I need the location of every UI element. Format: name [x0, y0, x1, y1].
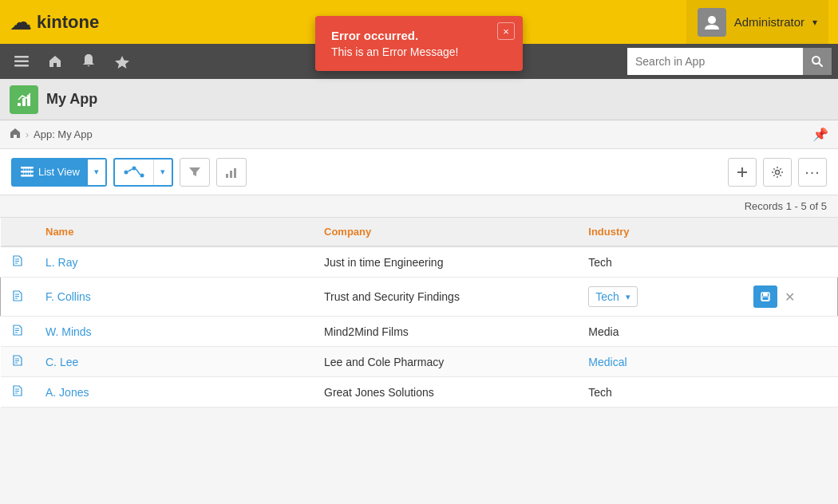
error-modal: Error occurred. This is an Error Message… [315, 16, 523, 71]
svg-rect-27 [234, 168, 236, 178]
cell-company: Lee and Cole Pharmacy [313, 347, 577, 377]
cell-name[interactable]: F. Collins [34, 278, 313, 317]
svg-rect-15 [21, 175, 34, 177]
toolbar: List View ▾ ▾ [0, 149, 838, 195]
records-count: Records 1 - 5 of 5 [0, 195, 838, 218]
menu-icon[interactable] [6, 46, 37, 77]
view-label: List View [38, 166, 80, 178]
more-button[interactable]: ··· [798, 158, 827, 187]
logo-area: ☁ kintone [10, 9, 99, 35]
cell-name[interactable]: L. Ray [34, 246, 313, 278]
view-main-button[interactable]: List View [13, 159, 88, 185]
graph-selector[interactable]: ▾ [113, 158, 173, 187]
app-title: My App [46, 91, 97, 108]
cell-industry: Tech [577, 377, 738, 408]
row-indicator-cell [1, 317, 35, 347]
cell-company: Great Jones Solutions [313, 377, 577, 408]
cell-industry: Media [577, 317, 738, 347]
cell-name[interactable]: A. Jones [34, 377, 313, 408]
data-table: Name Company Industry L. RayJust in time… [0, 218, 838, 408]
table-row: L. RayJust in time EngineeringTech [1, 246, 838, 278]
column-header-industry[interactable]: Industry [577, 218, 738, 246]
cell-industry: Tech [577, 246, 738, 278]
bell-icon[interactable] [73, 46, 104, 77]
row-indicator-cell [1, 377, 35, 408]
breadcrumb-home-icon[interactable] [10, 128, 21, 142]
graph-dropdown-button[interactable]: ▾ [153, 159, 172, 185]
user-name: Administrator [734, 15, 804, 29]
filter-button[interactable] [180, 158, 210, 187]
svg-rect-1 [14, 56, 29, 58]
svg-rect-10 [18, 103, 21, 106]
cell-industry[interactable]: Tech ▾ [577, 278, 738, 317]
table-row: C. LeeLee and Cole PharmacyMedical [1, 347, 838, 377]
app-header: My App [0, 79, 838, 120]
row-indicator-cell [1, 246, 35, 278]
column-header-name[interactable]: Name [34, 218, 313, 246]
pin-icon[interactable]: 📌 [812, 127, 828, 142]
app-icon [10, 85, 38, 114]
cell-name[interactable]: C. Lee [34, 347, 313, 377]
search-area [627, 48, 832, 75]
error-title: Error occurred. [331, 29, 491, 42]
svg-rect-11 [22, 98, 26, 106]
data-table-container: Name Company Industry L. RayJust in time… [0, 218, 838, 408]
save-row-button[interactable] [753, 285, 777, 308]
table-row: W. MindsMind2Mind FilmsMedia [1, 317, 838, 347]
star-icon[interactable] [107, 46, 137, 77]
breadcrumb-path: App: My App [34, 128, 93, 140]
table-row: A. JonesGreat Jones SolutionsTech [1, 377, 838, 408]
svg-rect-26 [230, 171, 232, 178]
view-selector[interactable]: List View ▾ [11, 158, 107, 187]
search-input[interactable] [627, 48, 803, 75]
column-header-actions [739, 218, 838, 246]
cell-company: Just in time Engineering [313, 246, 577, 278]
svg-point-22 [140, 173, 144, 177]
row-indicator-header [1, 218, 35, 246]
logo-cloud-icon: ☁ [10, 9, 32, 35]
cell-name[interactable]: W. Minds [34, 317, 313, 347]
svg-line-24 [136, 169, 140, 175]
chevron-down-icon: ▾ [626, 292, 630, 302]
svg-point-0 [708, 16, 716, 24]
cell-industry: Medical [577, 347, 738, 377]
view-dropdown-button[interactable]: ▾ [88, 159, 105, 185]
svg-point-30 [776, 170, 780, 174]
cancel-row-button[interactable]: ✕ [781, 287, 800, 306]
svg-point-20 [124, 170, 128, 174]
column-header-company[interactable]: Company [313, 218, 577, 246]
svg-rect-13 [21, 167, 34, 169]
chevron-down-icon: ▾ [812, 17, 817, 28]
toolbar-right: ··· [728, 158, 827, 187]
svg-rect-19 [30, 167, 31, 177]
industry-value: Tech [595, 290, 619, 303]
user-menu[interactable]: Administrator ▾ [686, 0, 828, 44]
error-message: This is an Error Message! [331, 45, 491, 58]
cell-actions [739, 347, 838, 377]
svg-point-21 [132, 166, 136, 170]
more-icon: ··· [804, 163, 820, 181]
row-indicator-cell [1, 347, 35, 377]
svg-rect-3 [14, 65, 29, 67]
breadcrumb: › App: My App 📌 [0, 120, 838, 149]
table-header-row: Name Company Industry [1, 218, 838, 246]
settings-button[interactable] [763, 158, 792, 187]
svg-rect-14 [21, 171, 34, 173]
svg-rect-16 [23, 167, 24, 177]
chevron-down-icon: ▾ [94, 167, 99, 177]
chevron-down-icon: ▾ [160, 167, 165, 177]
cell-actions [739, 317, 838, 347]
search-button[interactable] [803, 48, 832, 75]
home-icon[interactable] [40, 46, 70, 77]
cell-actions[interactable]: ✕ [739, 278, 838, 317]
avatar [698, 8, 726, 37]
table-row: F. CollinsTrust and Security Findings Te… [1, 278, 838, 317]
chart-button[interactable] [216, 158, 247, 187]
svg-rect-25 [226, 174, 228, 178]
add-record-button[interactable] [728, 158, 757, 187]
industry-dropdown[interactable]: Tech ▾ [588, 286, 638, 307]
breadcrumb-separator: › [26, 129, 29, 140]
records-count-text: Records 1 - 5 of 5 [745, 200, 827, 212]
svg-rect-2 [14, 61, 29, 63]
error-close-button[interactable]: × [497, 22, 515, 40]
